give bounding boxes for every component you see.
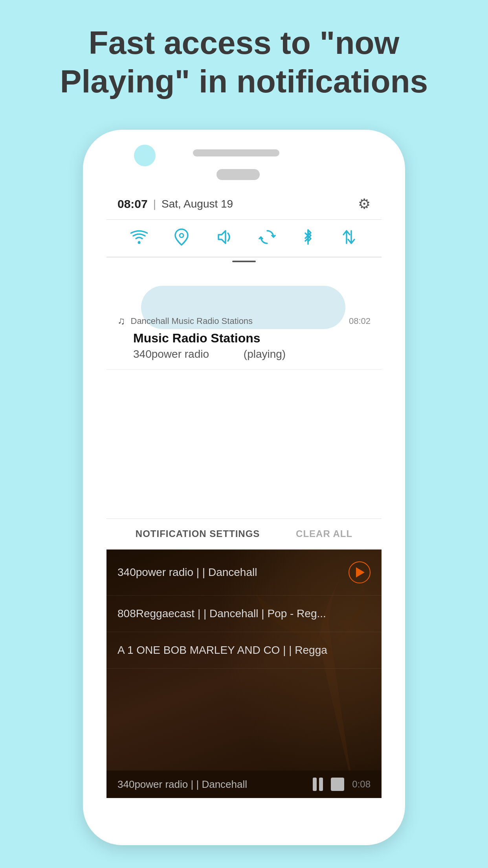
radio-name-3: A 1 ONE BOB MARLEY AND CO | | Regga [117,644,371,657]
notif-time: 08:02 [349,316,371,326]
app-list-area: 340power radio | | Dancehall 808Reggaeca… [106,550,382,798]
play-button-1[interactable] [349,561,371,583]
pause-button[interactable] [313,778,323,791]
empty-notification-area [106,370,382,519]
notification-card[interactable]: ♫ Dancehall Music Radio Stations 08:02 M… [106,264,382,370]
status-divider: | [153,198,156,210]
notif-subtitle: 340power radio (playing) [133,348,371,360]
bottom-player-bar: 340power radio | | Dancehall 0:08 [106,771,382,798]
timer-display: 0:08 [352,779,371,790]
radio-name-2: 808Reggaecast | | Dancehall | Pop - Reg.… [117,607,371,620]
quick-settings [106,220,382,257]
phone-frame: 08:07 | Sat, August 19 ⚙ [83,130,405,845]
wifi-icon[interactable] [130,229,148,249]
phone-speaker [193,149,279,156]
svg-point-0 [138,241,141,244]
notification-settings-button[interactable]: NOTIFICATION SETTINGS [136,528,260,539]
notification-footer: NOTIFICATION SETTINGS CLEAR ALL [106,519,382,550]
list-item[interactable]: 340power radio | | Dancehall [106,550,382,596]
notif-music-icon: ♫ [117,315,125,327]
clear-all-button[interactable]: CLEAR ALL [296,528,352,539]
phone-camera [134,145,156,166]
transfer-icon[interactable] [340,228,358,250]
status-time: 08:07 [117,197,148,211]
notif-title: Music Radio Stations [133,331,371,346]
radio-list: 340power radio | | Dancehall 808Reggaeca… [106,550,382,669]
sync-icon[interactable] [259,228,276,250]
list-item[interactable]: 808Reggaecast | | Dancehall | Pop - Reg.… [106,596,382,632]
status-date: Sat, August 19 [161,198,233,210]
settings-gear-icon[interactable]: ⚙ [358,196,371,212]
location-icon[interactable] [174,228,189,250]
header-text: Fast access to "now Playing" in notifica… [0,0,488,117]
volume-icon[interactable] [215,229,233,249]
phone-screen: 08:07 | Sat, August 19 ⚙ [106,189,382,798]
phone-home-indicator [216,169,260,180]
notification-area: ♫ Dancehall Music Radio Stations 08:02 M… [106,264,382,370]
bluetooth-icon[interactable] [302,228,314,250]
now-playing-station: 340power radio | | Dancehall [117,778,247,791]
status-bar: 08:07 | Sat, August 19 ⚙ [106,189,382,220]
svg-point-1 [180,234,183,237]
drag-bar [106,257,382,264]
notif-station: 340power radio [133,348,209,360]
notif-app-name: Dancehall Music Radio Stations [131,316,343,326]
stop-button[interactable] [331,778,344,791]
player-controls: 0:08 [313,778,371,791]
notif-playing-status: (playing) [244,348,286,360]
list-item[interactable]: A 1 ONE BOB MARLEY AND CO | | Regga [106,632,382,669]
radio-name-1: 340power radio | | Dancehall [117,566,349,579]
